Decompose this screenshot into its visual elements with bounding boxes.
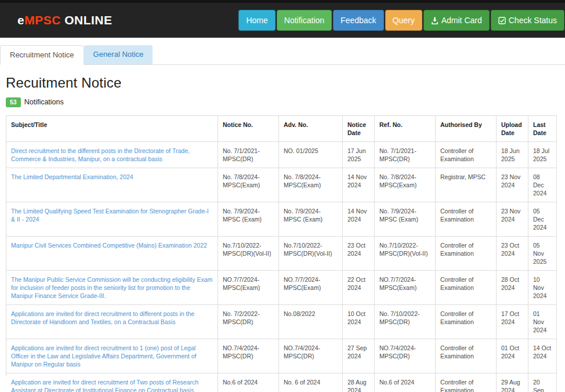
cell-last_date: 01 Nov 2024 (528, 304, 557, 339)
notice-link[interactable]: Application are invited for direct recru… (11, 379, 198, 392)
nav-notification-button[interactable]: Notification (277, 10, 332, 31)
cell-authorised_by: Controller of Examination (436, 339, 497, 373)
cell-authorised_by: Controller of Examination (436, 141, 497, 168)
nav-admit-card-label: Admit Card (441, 16, 482, 24)
cell-notice_date: 23 Oct 2024 (343, 236, 375, 270)
cell-subject: The Manipur Public Service Commission wi… (6, 270, 218, 304)
cell-ref_no: No. 7/10/2022-MPSC(DR) (375, 304, 436, 339)
logo-text-e: e (17, 13, 24, 27)
column-header: Upload Date (497, 115, 528, 141)
cell-upload_date: 01 Oct 2024 (497, 339, 528, 373)
cell-notice_no: NO.7/7/2024-MPSC(Exam) (218, 270, 279, 304)
cell-last_date: 20 Sep 2024 (528, 373, 557, 392)
nav-query-label: Query (393, 16, 415, 24)
cell-ref_no: No. 7/8/2024-MPSC(Exam) (375, 168, 436, 202)
cell-upload_date: 23 Oct 2024 (497, 236, 528, 270)
column-header: Notice Date (343, 115, 375, 141)
nav-query-button[interactable]: Query (385, 10, 422, 31)
logo-text-mpsc: MPSC (24, 13, 61, 27)
cell-authorised_by: Controller of Examination (436, 373, 497, 392)
cell-adv_no: NO.7/4/2024-MPSC(DR) (279, 339, 343, 373)
main-nav: Home Notification Feedback Query Admit C… (238, 10, 564, 31)
cell-notice_date: 17 Jun 2025 (343, 141, 375, 168)
column-header: Subject/Title (6, 115, 218, 141)
cell-notice_no: No. 7/1/2021-MPSC(DR) (218, 141, 279, 168)
column-header: Authorised By (436, 115, 497, 141)
notification-count-label: Notifications (24, 98, 64, 106)
table-row: Application are invited for direct recru… (6, 373, 557, 392)
table-row: Applications are invited for direct recr… (6, 339, 557, 373)
cell-notice_no: NO.7/4/2024-MPSC(DR) (218, 339, 279, 373)
notification-count-line: 53 Notifications (6, 97, 557, 107)
cell-notice_date: 22 Oct 2024 (343, 270, 375, 304)
cell-upload_date: 18 Jun 2025 (497, 141, 528, 168)
table-row: Direct recruitment to the different post… (6, 141, 557, 168)
nav-home-button[interactable]: Home (238, 10, 275, 31)
tab-recruitment-notice[interactable]: Recruitment Notice (0, 45, 84, 65)
nav-admit-card-button[interactable]: Admit Card (423, 10, 490, 31)
cell-ref_no: No. 7/1/2021-MPSC(DR) (375, 141, 436, 168)
cell-notice_date: 27 Sep 2024 (343, 339, 375, 373)
app-window: eMPSC ONLINE Home Notification Feedback … (0, 0, 565, 392)
cell-upload_date: 17 Oct 2024 (497, 304, 528, 339)
cell-subject: Applications are invited for direct recr… (6, 339, 218, 373)
notice-link[interactable]: Manipur Civil Services Combined Competit… (11, 242, 207, 249)
cell-ref_no: NO.7/4/2024-MPSC(DR) (375, 339, 436, 373)
column-header: Adv. No. (279, 115, 343, 141)
cell-last_date: 05 Nov 2025 (528, 236, 557, 270)
cell-subject: Applications are invited for direct recr… (6, 304, 218, 339)
cell-last_date: 05 Dec 2024 (528, 202, 557, 236)
cell-upload_date: 23 Nov 2024 (497, 168, 528, 202)
table-row: The Manipur Public Service Commission wi… (6, 270, 557, 304)
cell-authorised_by: Controller of Examination (436, 202, 497, 236)
occlusion-overlay (0, 376, 8, 392)
cell-subject: Manipur Civil Services Combined Competit… (6, 236, 218, 270)
nav-check-status-label: Check Status (509, 16, 557, 24)
tab-general-notice[interactable]: General Notice (84, 45, 153, 64)
nav-notification-label: Notification (284, 16, 324, 24)
cell-authorised_by: Controller of Examination (436, 270, 497, 304)
cell-adv_no: No. 6 of 2024 (279, 373, 343, 392)
notice-link[interactable]: Direct recruitment to the different post… (11, 147, 190, 162)
cell-adv_no: NO.7/7/2024-MPSC(Exam) (279, 270, 343, 304)
download-icon (431, 17, 439, 24)
cell-last_date: 10 Nov 2024 (528, 270, 557, 304)
cell-notice_no: No. 7/9/2024-MPSC (Exam) (218, 202, 279, 236)
cell-notice_no: No. 7/8/2024-MPSC(Exam) (218, 168, 279, 202)
nav-feedback-button[interactable]: Feedback (333, 10, 383, 31)
cell-upload_date: 23 Nov 2024 (497, 202, 528, 236)
cell-authorised_by: Controller of Examination (436, 236, 497, 270)
cell-notice_no: No.7/10/2022-MPSC(DR)(Vol-II) (218, 236, 279, 270)
page-title: Recuitment Notice (6, 75, 557, 91)
cell-adv_no: No.7/10/2022-MPSC(DR)(Vol-II) (279, 236, 343, 270)
content-area: Recuitment Notice 53 Notifications Subje… (0, 75, 565, 392)
cell-authorised_by: Controller of Examination (436, 304, 497, 339)
notice-link[interactable]: The Manipur Public Service Commission wi… (11, 276, 212, 299)
nav-check-status-button[interactable]: Check Status (491, 10, 564, 31)
table-body: Direct recruitment to the different post… (6, 141, 557, 392)
cell-authorised_by: Registrar, MPSC (436, 168, 497, 202)
nav-home-label: Home (246, 16, 267, 24)
tab-general-notice-label: General Notice (93, 50, 144, 59)
cell-notice_date: 10 Oct 2024 (343, 304, 375, 339)
notification-count-badge: 53 (6, 97, 21, 107)
notice-link[interactable]: Applications are invited for direct recr… (11, 310, 194, 325)
cell-notice_date: 14 Nov 2024 (343, 168, 375, 202)
table-row: Applications are invited for direct recr… (6, 304, 557, 339)
notices-table: Subject/TitleNotice No.Adv. No.Notice Da… (6, 115, 557, 392)
cell-last_date: 14 Oct 2024 (528, 339, 557, 373)
cell-notice_no: No.6 of 2024 (218, 373, 279, 392)
cell-last_date: 08 Dec 2024 (528, 168, 557, 202)
app-header: eMPSC ONLINE Home Notification Feedback … (0, 0, 565, 38)
notice-link[interactable]: The Limited Departmental Examination, 20… (11, 173, 133, 180)
cell-adv_no: No. 7/9/2024-MPSC (Exam) (279, 202, 343, 236)
nav-feedback-label: Feedback (341, 16, 376, 24)
cell-subject: The Limited Departmental Examination, 20… (6, 168, 218, 202)
table-row: The Limited Qualifying Speed Test Examin… (6, 202, 557, 236)
cell-upload_date: 29 Aug 2024 (497, 373, 528, 392)
cell-ref_no: No. 7/9/2024-MPSC (Exam) (375, 202, 436, 236)
notice-link[interactable]: Applications are invited for direct recr… (11, 344, 196, 368)
cell-adv_no: No.08/2022 (279, 304, 343, 339)
notice-link[interactable]: The Limited Qualifying Speed Test Examin… (11, 208, 209, 223)
notice-tabs: Recruitment Notice General Notice (0, 45, 565, 65)
